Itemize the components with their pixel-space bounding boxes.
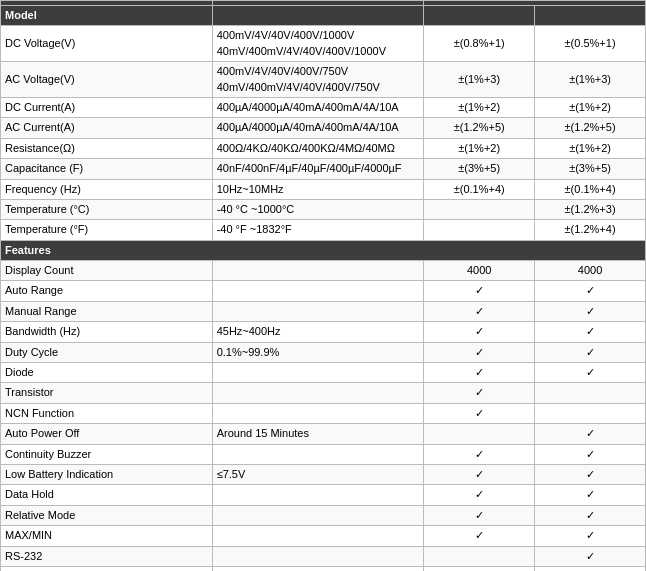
feature-ut61b: ✓ <box>535 566 646 571</box>
feature-range <box>212 403 424 423</box>
spec-range: -40 °F ~1832°F <box>212 220 424 240</box>
feature-ut61a: ✓ <box>424 526 535 546</box>
table-row: DC Voltage(V)400mV/4V/40V/400V/1000V 40m… <box>1 26 646 62</box>
feature-label: LCD Backlight <box>1 566 213 571</box>
feature-ut61a: ✓ <box>424 301 535 321</box>
feature-ut61a: ✓ <box>424 444 535 464</box>
spec-range: 400µA/4000µA/40mA/400mA/4A/10A <box>212 97 424 117</box>
feature-label: Auto Power Off <box>1 424 213 444</box>
spec-ut61b: ±(1%+3) <box>535 62 646 98</box>
table-row: Manual Range✓✓ <box>1 301 646 321</box>
feature-ut61b: ✓ <box>535 546 646 566</box>
spec-ut61a: ±(0.8%+1) <box>424 26 535 62</box>
spec-label: Resistance(Ω) <box>1 138 213 158</box>
table-row: AC Voltage(V)400mV/4V/40V/400V/750V 40mV… <box>1 62 646 98</box>
feature-range: 45Hz~400Hz <box>212 322 424 342</box>
feature-label: NCN Function <box>1 403 213 423</box>
spec-ut61b: ±(0.5%+1) <box>535 26 646 62</box>
feature-label: Bandwidth (Hz) <box>1 322 213 342</box>
feature-label: Display Count <box>1 261 213 281</box>
spec-ut61a: ±(3%+5) <box>424 159 535 179</box>
table-row: Auto Range✓✓ <box>1 281 646 301</box>
spec-label: DC Current(A) <box>1 97 213 117</box>
feature-range: ≤7.5V <box>212 464 424 484</box>
feature-label: Manual Range <box>1 301 213 321</box>
spec-range: 10Hz~10MHz <box>212 179 424 199</box>
spec-ut61b: ±(1%+2) <box>535 138 646 158</box>
spec-ut61a <box>424 199 535 219</box>
feature-ut61a: ✓ <box>424 505 535 525</box>
table-row: Temperature (°F)-40 °F ~1832°F±(1.2%+4) <box>1 220 646 240</box>
table-row: Duty Cycle0.1%~99.9%✓✓ <box>1 342 646 362</box>
feature-ut61a: ✓ <box>424 566 535 571</box>
spec-ut61b: ±(3%+5) <box>535 159 646 179</box>
feature-ut61b: ✓ <box>535 363 646 383</box>
features-section-header: Features <box>1 240 646 260</box>
table-row: NCN Function✓ <box>1 403 646 423</box>
spec-label: Temperature (°F) <box>1 220 213 240</box>
feature-ut61a: ✓ <box>424 281 535 301</box>
feature-label: Diode <box>1 363 213 383</box>
feature-ut61a <box>424 546 535 566</box>
feature-range <box>212 505 424 525</box>
feature-ut61b: ✓ <box>535 424 646 444</box>
spec-range: 400mV/4V/40V/400V/1000V 40mV/400mV/4V/40… <box>212 26 424 62</box>
table-row: Relative Mode✓✓ <box>1 505 646 525</box>
spec-ut61b: ±(1.2%+4) <box>535 220 646 240</box>
spec-ut61b: ±(1.2%+5) <box>535 118 646 138</box>
feature-ut61b: ✓ <box>535 526 646 546</box>
feature-range <box>212 383 424 403</box>
feature-ut61b: ✓ <box>535 464 646 484</box>
table-row: Capacitance (F)40nF/400nF/4µF/40µF/400µF… <box>1 159 646 179</box>
feature-range: 0.1%~99.9% <box>212 342 424 362</box>
table-row: Low Battery Indication≤7.5V✓✓ <box>1 464 646 484</box>
spec-label: Capacitance (F) <box>1 159 213 179</box>
table-row: Continuity Buzzer✓✓ <box>1 444 646 464</box>
spec-ut61a: ±(1.2%+5) <box>424 118 535 138</box>
spec-range: 400µA/4000µA/40mA/400mA/4A/10A <box>212 118 424 138</box>
specifications-table: Model DC Voltage(V)400mV/4V/40V/400V/100… <box>0 0 646 571</box>
feature-label: Transistor <box>1 383 213 403</box>
feature-ut61a: ✓ <box>424 342 535 362</box>
feature-ut61b: 4000 <box>535 261 646 281</box>
feature-ut61b: ✓ <box>535 322 646 342</box>
spec-label: Temperature (°C) <box>1 199 213 219</box>
model-header-row: Model <box>1 6 646 26</box>
table-row: AC Current(A)400µA/4000µA/40mA/400mA/4A/… <box>1 118 646 138</box>
spec-ut61b: ±(0.1%+4) <box>535 179 646 199</box>
spec-ut61b: ±(1%+2) <box>535 97 646 117</box>
feature-ut61b: ✓ <box>535 505 646 525</box>
table-row: Bandwidth (Hz)45Hz~400Hz✓✓ <box>1 322 646 342</box>
spec-ut61a: ±(1%+2) <box>424 97 535 117</box>
table-row: MAX/MIN✓✓ <box>1 526 646 546</box>
table-row: Auto Power OffAround 15 Minutes✓ <box>1 424 646 444</box>
feature-range <box>212 301 424 321</box>
feature-ut61a: ✓ <box>424 383 535 403</box>
feature-range <box>212 526 424 546</box>
feature-ut61a <box>424 424 535 444</box>
feature-ut61b: ✓ <box>535 281 646 301</box>
spec-ut61a: ±(1%+2) <box>424 138 535 158</box>
feature-ut61b: ✓ <box>535 301 646 321</box>
header-range-sub <box>212 6 424 26</box>
spec-ut61a: ±(0.1%+4) <box>424 179 535 199</box>
feature-label: MAX/MIN <box>1 526 213 546</box>
features-label: Features <box>1 240 646 260</box>
table-row: DC Current(A)400µA/4000µA/40mA/400mA/4A/… <box>1 97 646 117</box>
feature-label: Auto Range <box>1 281 213 301</box>
feature-ut61a: ✓ <box>424 322 535 342</box>
feature-range <box>212 444 424 464</box>
spec-label: Frequency (Hz) <box>1 179 213 199</box>
feature-ut61a: ✓ <box>424 363 535 383</box>
feature-ut61a: 4000 <box>424 261 535 281</box>
spec-ut61a: ±(1%+3) <box>424 62 535 98</box>
feature-ut61b <box>535 383 646 403</box>
table-row: Resistance(Ω)400Ω/4KΩ/40KΩ/400KΩ/4MΩ/40M… <box>1 138 646 158</box>
spec-range: 400mV/4V/40V/400V/750V 40mV/400mV/4V/40V… <box>212 62 424 98</box>
table-row: Diode✓✓ <box>1 363 646 383</box>
header-ut61a <box>424 6 535 26</box>
table-row: Display Count40004000 <box>1 261 646 281</box>
spec-label: AC Current(A) <box>1 118 213 138</box>
feature-label: Data Hold <box>1 485 213 505</box>
spec-range: 40nF/400nF/4µF/40µF/400µF/4000µF <box>212 159 424 179</box>
